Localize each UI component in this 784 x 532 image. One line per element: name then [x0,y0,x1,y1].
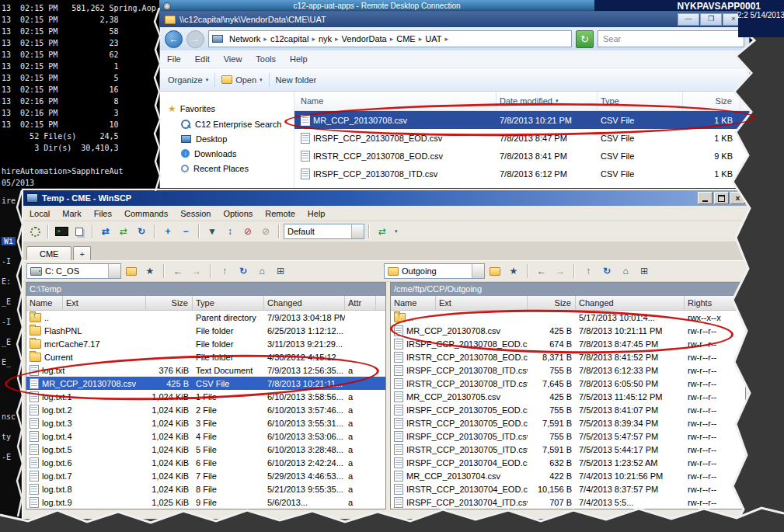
menu-item[interactable]: Edit [188,54,217,64]
explorer-title-bar[interactable]: \\c12capital\nyk\VendorData\CME\UAT — ❒ … [160,12,749,27]
rdp-connection-bar[interactable]: c12-app-uat-apps - Remote Desktop Connec… [159,0,594,11]
column-header-size[interactable]: Size [528,296,576,310]
menu-item[interactable]: Tools [249,54,283,64]
menu-item[interactable]: Local [23,209,56,218]
file-row[interactable]: log.txt.21,024 KiB2 File6/10/2013 3:57:4… [26,403,385,416]
bookmark-icon[interactable]: ★ [505,263,522,279]
back-icon[interactable]: ← [169,263,186,279]
synchronize-icon[interactable]: ⇄ [97,224,114,239]
file-row[interactable]: IRSPF_CCP_20130708_ITD.csv7/8/2013 6:12 … [294,165,749,183]
menu-item[interactable]: Commands [118,209,174,218]
transfer-options-icon[interactable]: ⇄ [374,224,391,239]
chevron-down-icon[interactable]: ▾ [395,228,398,235]
breadcrumb-item[interactable]: VendorData [339,34,390,43]
forward-icon[interactable]: → [552,263,569,279]
tree-icon[interactable]: ⊞ [636,263,653,279]
menu-item[interactable]: Remote [259,209,301,218]
file-row[interactable]: IRSTR_CCP_20130708_ITD.csv7,645 B7/8/201… [391,377,745,390]
menu-item[interactable]: Options [217,209,259,218]
file-row[interactable]: IRSTR_CCP_20130708_EOD.csv7/8/2013 8:41 … [294,147,749,165]
organize-button[interactable]: Organize [168,75,203,85]
breadcrumb-item[interactable]: c12capital [267,34,312,43]
menu-item[interactable]: Mark [56,209,87,218]
file-row[interactable]: log.txt.61,024 KiB6 File6/10/2013 2:42:2… [26,456,385,469]
file-row[interactable]: FlashPNLFile folder6/25/2013 1:12:12... [26,324,385,337]
menu-item[interactable]: Help [301,209,332,218]
column-header-changed[interactable]: Changed [264,296,345,310]
file-row[interactable]: MR_CCP_20130704.csv422 B7/4/2013 10:21:5… [391,469,745,482]
column-header-name[interactable]: Name [391,296,436,310]
add-icon[interactable]: + [159,224,176,239]
copy-icon[interactable] [71,224,88,239]
pin-icon[interactable] [163,2,171,10]
column-header-attr[interactable]: Attr [345,296,376,310]
tab-cme[interactable]: CME [26,246,71,260]
back-button[interactable]: ← [165,30,183,48]
sidebar-item-downloads[interactable]: ↓ Downloads [160,146,294,161]
favorites-header[interactable]: ★ Favorites [160,101,294,116]
file-row[interactable]: MR_CCP_20130705.csv425 B7/5/2013 11:45:1… [391,390,745,403]
column-header-ext[interactable]: Ext [436,296,528,310]
file-row[interactable]: log.txt.71,024 KiB7 File5/29/2013 4:46:5… [26,469,385,482]
file-row[interactable]: IRSPF_CCP_20130705_EOD.csv755 B7/5/2013 … [391,403,745,416]
abort-all-icon[interactable]: ⊘ [257,224,274,239]
menu-item[interactable]: Files [88,209,118,218]
sidebar-item-enterprise-search[interactable]: C12 Enterprise Search [160,116,294,131]
open-button[interactable]: Open [235,75,256,85]
chevron-down-icon[interactable] [472,264,484,278]
parent-directory-icon[interactable]: ↑ [580,263,597,279]
parent-directory-icon[interactable]: ↑ [216,263,233,279]
file-row[interactable]: mcrCache7.17File folder3/11/2013 9:21:29… [26,337,385,350]
chevron-down-icon[interactable] [351,224,364,238]
new-tab-button[interactable]: + [73,246,90,260]
file-row[interactable]: IRSPF_CCP_20130705_ITD.csv755 B7/5/2013 … [391,429,745,443]
transfer-settings-select[interactable]: Default [284,224,364,239]
file-row[interactable]: log.txt.91,025 KiB9 File5/6/2013...a [26,495,385,509]
remote-directory-select[interactable]: Outgoing [384,263,485,279]
abort-icon[interactable]: ⊘ [239,224,256,239]
tree-icon[interactable]: ⊞ [272,263,289,279]
preferences-icon[interactable] [26,224,44,239]
column-header-size[interactable]: Size [146,296,193,310]
file-row[interactable]: IRSPF_CCP_20130708_ITD.csv755 B7/8/2013 … [391,363,745,377]
column-header-ext[interactable]: Ext [63,296,146,310]
remove-icon[interactable]: − [177,224,194,239]
new-folder-button[interactable]: New folder [276,75,317,85]
menu-item[interactable]: Session [174,209,217,218]
bookmark-icon[interactable]: ★ [141,263,159,279]
sidebar-item-recent-places[interactable]: Recent Places [160,161,294,176]
file-row[interactable]: log.txt.31,024 KiB3 File6/10/2013 3:55:3… [26,416,385,429]
breadcrumb[interactable]: Network▸c12capital▸nyk▸VendorData▸CME▸UA… [208,30,572,47]
forward-button[interactable]: → [186,30,204,48]
sidebar-item-desktop[interactable]: Desktop [160,131,294,146]
menu-item[interactable]: Help [283,54,315,64]
refresh-icon[interactable]: ↻ [235,263,252,279]
sort-icon[interactable]: ▼ [204,224,221,239]
breadcrumb-item[interactable]: UAT [422,34,444,43]
chevron-down-icon[interactable] [108,264,120,278]
forward-icon[interactable]: → [188,263,205,279]
file-row[interactable]: IRSPF_CCP_20130704_ITD.csv707 B7/4/2013 … [391,495,745,509]
remote-path-bar[interactable]: /cme/ftp/CCP/Outgoing [391,283,745,296]
breadcrumb-item[interactable]: nyk [315,34,335,43]
search-input[interactable]: Sear [598,30,744,47]
file-row[interactable]: IRSPF_CCP_20130704_EOD.csv632 B7/5/2013 … [391,456,745,469]
open-folder-icon[interactable] [486,263,504,279]
file-row[interactable]: log.txt.41,024 KiB4 File6/10/2013 3:53:0… [26,429,385,443]
file-row[interactable]: IRSTR_CCP_20130704_EOD.csv10,156 B7/4/20… [391,482,745,495]
file-row[interactable]: log.txt.81,024 KiB8 File5/21/2013 9:55:3… [26,482,385,495]
maximize-button[interactable]: ❒ [700,13,722,26]
local-drive-select[interactable]: C: C_OS [26,263,121,279]
open-folder-icon[interactable] [123,263,140,279]
refresh-icon[interactable]: ↻ [133,224,150,239]
breadcrumb-item[interactable]: Network [226,34,263,43]
console-icon[interactable]: > [53,224,70,239]
column-header-rights[interactable]: Rights [685,296,739,310]
back-icon[interactable]: ← [533,263,550,279]
mirror-icon[interactable]: ⇄ [115,224,132,239]
column-header-name[interactable]: Name [26,296,63,310]
column-header-changed[interactable]: Changed [576,296,685,310]
column-header-type[interactable]: Type [193,296,264,310]
console-window[interactable]: 13 02:15 PM 581,262 Spring.Aop.xml 13 02… [0,0,182,191]
close-button[interactable]: × [730,192,745,204]
